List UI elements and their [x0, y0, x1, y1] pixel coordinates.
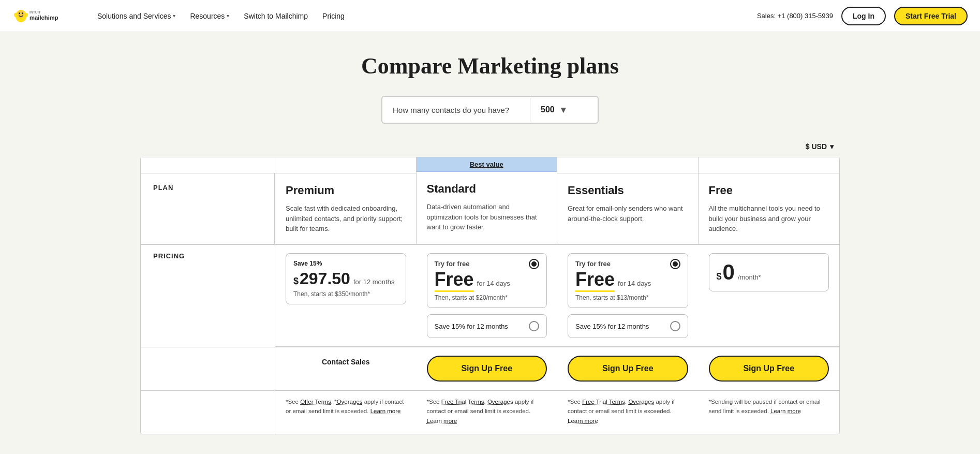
navigation: INTUIT mailchimp Solutions and Services … — [0, 0, 980, 32]
premium-overages-link[interactable]: Overages — [337, 399, 363, 405]
fine-print-label-cell — [141, 390, 275, 434]
essentials-best-value-bar — [557, 157, 698, 173]
svg-text:mailchimp: mailchimp — [29, 14, 58, 20]
essentials-learn-more-link[interactable]: Learn more — [568, 418, 598, 424]
free-sign-up-button[interactable]: Sign Up Free — [709, 356, 829, 382]
plan-col-free: Free All the multichannel tools you need… — [699, 157, 840, 244]
standard-radio-dot — [531, 261, 537, 267]
contacts-selector: How many contacts do you have? 500 ▾ — [140, 96, 840, 124]
standard-best-value-bar[interactable]: Best value — [417, 157, 557, 172]
premium-fine-print: *See Offer Terms. *Overages apply if con… — [275, 390, 417, 434]
svg-text:INTUIT: INTUIT — [29, 10, 41, 13]
svg-point-4 — [14, 13, 17, 17]
premium-offer-terms-link[interactable]: Offer Terms — [300, 399, 331, 405]
essentials-plan-desc: Great for email-only senders who want ar… — [568, 203, 688, 240]
essentials-save-radio-circle[interactable] — [670, 321, 680, 331]
currency-chevron-icon: ▾ — [830, 142, 834, 151]
contacts-dropdown[interactable]: 500 ▾ — [530, 97, 598, 123]
premium-plan-desc: Scale fast with dedicated onboarding, un… — [286, 203, 406, 240]
standard-overages-link[interactable]: Overages — [487, 399, 513, 405]
standard-cta-section: Sign Up Free — [417, 347, 558, 390]
essentials-sign-up-button[interactable]: Sign Up Free — [568, 356, 688, 382]
mailchimp-logo-svg: INTUIT mailchimp — [12, 6, 75, 26]
essentials-name-section: Essentials Great for email-only senders … — [557, 173, 698, 244]
pricing-label-cell: PRICING — [141, 244, 275, 347]
nav-switch[interactable]: Switch to Mailchimp — [237, 8, 314, 24]
essentials-pricing-box[interactable]: Try for free Free for 14 days Then, star… — [568, 253, 688, 308]
nav-switch-label: Switch to Mailchimp — [244, 12, 308, 20]
standard-save-label: Save 15% for 12 months — [435, 323, 508, 330]
standard-pricing-box[interactable]: Try for free Free for 14 days Then, star… — [427, 253, 547, 308]
svg-point-2 — [19, 12, 20, 14]
free-price-row: $ 0 /month* — [717, 260, 822, 285]
currency-selector[interactable]: $ USD ▾ — [801, 140, 838, 153]
essentials-pricing-section: Try for free Free for 14 days Then, star… — [557, 244, 699, 347]
essentials-free-big: Free — [575, 269, 615, 292]
nav-pricing[interactable]: Pricing — [316, 8, 351, 24]
free-cta-section: Sign Up Free — [699, 347, 840, 390]
free-learn-more-link[interactable]: Learn more — [770, 408, 801, 414]
nav-solutions-label: Solutions and Services — [97, 12, 171, 20]
standard-free-price-row: Free for 14 days — [435, 269, 529, 292]
plan-column-label: PLAN — [141, 173, 275, 244]
standard-radio-selected[interactable] — [529, 259, 539, 269]
free-fine-print: *Sending will be paused if contact or em… — [699, 390, 840, 434]
premium-save-tag: Save 15% — [293, 260, 398, 267]
premium-pricing-section: Save 15% $ 297.50 for 12 months Then, st… — [275, 244, 417, 347]
contacts-value-text: 500 — [541, 105, 555, 114]
essentials-fine-print: *See Free Trial Terms. Overages apply if… — [557, 390, 699, 434]
essentials-try-free-label: Try for free — [575, 260, 680, 268]
standard-free-days: for 14 days — [477, 280, 510, 287]
premium-learn-more-link[interactable]: Learn more — [370, 408, 401, 414]
standard-learn-more-link[interactable]: Learn more — [427, 418, 457, 424]
contacts-chevron-icon: ▾ — [561, 104, 566, 115]
nav-resources[interactable]: Resources ▾ — [184, 8, 235, 24]
start-trial-button[interactable]: Start Free Trial — [894, 7, 968, 25]
plan-col-essentials: Essentials Great for email-only senders … — [557, 157, 699, 244]
premium-dollar-sign: $ — [293, 276, 299, 287]
standard-save-radio[interactable]: Save 15% for 12 months — [427, 314, 547, 338]
nav-solutions[interactable]: Solutions and Services ▾ — [91, 8, 182, 24]
standard-name-section: Standard Data-driven automation and opti… — [417, 172, 557, 244]
plan-col-standard: Best value Standard Data-driven automati… — [417, 157, 558, 244]
cta-label-cell — [141, 347, 275, 390]
premium-contact-sales-button[interactable]: Contact Sales — [322, 356, 370, 368]
essentials-overages-link[interactable]: Overages — [628, 399, 654, 405]
essentials-save-label: Save 15% for 12 months — [575, 323, 649, 330]
standard-save-radio-circle[interactable] — [529, 321, 539, 331]
essentials-plan-name: Essentials — [568, 184, 688, 197]
main-content: Compare Marketing plans How many contact… — [128, 32, 852, 454]
premium-name-section: Premium Scale fast with dedicated onboar… — [275, 173, 416, 244]
essentials-save-radio[interactable]: Save 15% for 12 months — [568, 314, 688, 338]
essentials-trial-terms-link[interactable]: Free Trial Terms — [582, 399, 625, 405]
essentials-price-sub: Then, starts at $13/month* — [575, 294, 680, 301]
nav-pricing-label: Pricing — [322, 12, 345, 20]
essentials-free-days: for 14 days — [618, 280, 651, 287]
standard-plan-name: Standard — [427, 182, 547, 196]
essentials-radio-selected[interactable] — [670, 259, 680, 269]
standard-trial-terms-link[interactable]: Free Trial Terms — [441, 399, 484, 405]
essentials-radio-dot — [673, 261, 678, 267]
svg-point-5 — [25, 13, 28, 17]
standard-sign-up-button[interactable]: Sign Up Free — [427, 356, 547, 382]
premium-price-main: 297.50 — [300, 269, 350, 288]
plan-header-cell: PLAN — [141, 157, 275, 244]
premium-amount-row: $ 297.50 for 12 months — [293, 269, 398, 288]
login-button[interactable]: Log In — [841, 7, 886, 25]
standard-price-sub: Then, starts at $20/month* — [435, 294, 540, 301]
contacts-label: How many contacts do you have? — [382, 98, 530, 122]
nav-links: Solutions and Services ▾ Resources ▾ Swi… — [91, 8, 757, 24]
svg-point-3 — [22, 12, 23, 14]
nav-resources-chevron: ▾ — [227, 13, 229, 19]
plan-col-premium: Premium Scale fast with dedicated onboar… — [275, 157, 417, 244]
standard-pricing-section: Try for free Free for 14 days Then, star… — [417, 244, 558, 347]
standard-plan-desc: Data-driven automation and optimization … — [427, 202, 547, 238]
free-name-section: Free All the multichannel tools you need… — [699, 173, 839, 244]
free-best-value-bar — [699, 157, 839, 173]
currency-row: $ USD ▾ — [140, 140, 840, 153]
currency-value: $ USD — [806, 142, 827, 151]
logo[interactable]: INTUIT mailchimp — [12, 6, 75, 26]
free-dollar-sign: $ — [717, 271, 722, 282]
free-plan-desc: All the multichannel tools you need to b… — [709, 203, 829, 240]
premium-cta-section: Contact Sales — [275, 347, 417, 390]
